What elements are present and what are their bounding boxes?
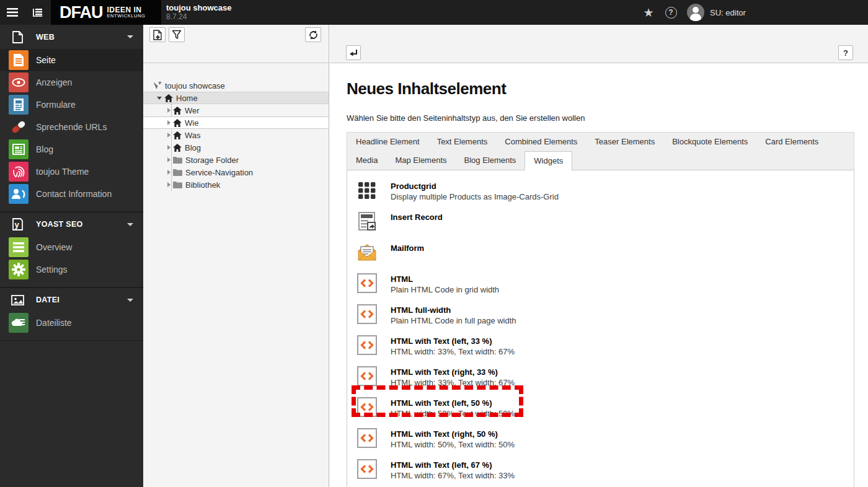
pagetree-toggle-button[interactable] <box>25 0 51 25</box>
ce-item-html[interactable]: HTML Plain HTML Code in grid width <box>357 273 854 293</box>
ce-item-html-full-width[interactable]: HTML full-width Plain HTML Code in full … <box>357 304 854 324</box>
page-tree: toujou showcase Home Wer Wie Was Blog <box>143 63 329 191</box>
context-help-button[interactable]: ? <box>838 45 853 60</box>
home-icon <box>173 119 182 127</box>
productgrid-icon <box>357 180 377 200</box>
ce-item-html-text-left-50[interactable]: HTML with Text (left, 50 %) HTML width: … <box>357 397 854 417</box>
site-info: toujou showcase 8.7.24 <box>166 3 231 22</box>
dfau-logo[interactable]: DFAU IDEEN IN ENTWICKLUNG <box>51 0 161 25</box>
insert-record-icon <box>357 211 377 231</box>
home-icon <box>164 94 173 102</box>
user-menu[interactable]: SU: editor <box>687 0 746 25</box>
mailform-icon <box>357 242 377 262</box>
tabs: Headline Element Text Elements Combined … <box>347 132 854 487</box>
widgets-tab-panel: Productgrid Display multiple Products as… <box>347 170 854 487</box>
sidebar-item-seite[interactable]: Seite <box>0 49 143 71</box>
tab-blockquote-elements[interactable]: Blockquote Elements <box>663 133 756 151</box>
tab-teaser-elements[interactable]: Teaser Elements <box>586 133 663 151</box>
html-code-icon <box>357 304 377 324</box>
ce-item-mailform[interactable]: Mailform <box>357 242 854 262</box>
ce-item-html-text-left-67[interactable]: HTML with Text (left, 67 %) HTML width: … <box>357 459 854 479</box>
tab-media[interactable]: Media <box>347 151 386 170</box>
tab-card-elements[interactable]: Card Elements <box>756 133 827 151</box>
html-code-icon <box>357 428 377 448</box>
filelist-icon <box>9 313 29 333</box>
new-page-button[interactable] <box>149 27 166 42</box>
caret-closed-icon[interactable] <box>167 145 170 150</box>
section-datei[interactable]: DATEI <box>0 287 143 312</box>
content-area: ? Neues Inhaltselement Wählen Sie bitte … <box>330 25 868 487</box>
wizard-subtitle: Wählen Sie bitte den Seiteninhaltstyp au… <box>347 113 854 123</box>
sidebar-item-settings[interactable]: Settings <box>0 258 143 281</box>
folder-icon <box>173 156 182 164</box>
help-menu-button[interactable]: ? <box>661 0 681 25</box>
refresh-button[interactable] <box>305 27 321 42</box>
tree-node-wer[interactable]: Wer <box>143 104 329 116</box>
caret-open-icon[interactable] <box>157 97 162 100</box>
section-divider <box>0 334 143 341</box>
caret-closed-icon[interactable] <box>167 157 170 162</box>
tree-node-bibliothek[interactable]: Bibliothek <box>143 178 329 191</box>
back-button[interactable] <box>346 45 361 60</box>
tree-node-service-navigation[interactable]: Service-Navigation <box>143 166 329 178</box>
sidebar-item-toujou-theme[interactable]: toujou Theme <box>0 160 143 183</box>
user-label: SU: editor <box>710 8 746 17</box>
caret-closed-icon[interactable] <box>167 120 170 125</box>
refresh-icon <box>308 30 319 40</box>
sidebar-item-overview[interactable]: Overview <box>0 236 143 258</box>
tab-map-elements[interactable]: Map Elements <box>386 151 455 170</box>
return-arrow-icon <box>349 48 358 57</box>
tab-row-2: Media Map Elements Blog Elements Widgets <box>347 151 854 170</box>
yoast-icon: y <box>11 217 24 231</box>
chevron-down-icon <box>127 299 133 302</box>
home-icon <box>173 131 182 139</box>
tree-node-was[interactable]: Was <box>143 129 329 141</box>
section-divider <box>0 205 143 212</box>
caret-closed-icon[interactable] <box>167 170 170 175</box>
tree-node-storage-folder[interactable]: Storage Folder <box>143 154 329 166</box>
module-menu: WEB Seite Anzeigen Formulare Sprechende … <box>0 25 143 487</box>
sidebar-item-blog[interactable]: Blog <box>0 138 143 160</box>
tab-row-1: Headline Element Text Elements Combined … <box>347 133 854 151</box>
ce-item-html-text-right-50[interactable]: HTML with Text (right, 50 %) HTML width:… <box>357 428 854 448</box>
filter-button[interactable] <box>169 27 185 42</box>
tab-text-elements[interactable]: Text Elements <box>428 133 497 151</box>
section-web[interactable]: WEB <box>0 25 143 49</box>
section-label: WEB <box>36 33 55 42</box>
contact-icon <box>9 184 29 204</box>
tab-headline-element[interactable]: Headline Element <box>347 133 428 151</box>
svg-text:y: y <box>14 220 19 229</box>
tree-root[interactable]: toujou showcase <box>143 79 329 92</box>
ce-item-insert-record[interactable]: Insert Record <box>357 211 854 231</box>
sidebar-item-contact-information[interactable]: Contact Information <box>0 183 143 205</box>
tree-node-wie[interactable]: Wie <box>143 116 329 129</box>
eye-icon <box>9 72 29 92</box>
caret-closed-icon[interactable] <box>167 108 170 113</box>
tab-widgets[interactable]: Widgets <box>525 151 572 170</box>
html-code-icon <box>357 335 377 355</box>
ce-item-html-text-left-33[interactable]: HTML with Text (left, 33 %) HTML width: … <box>357 335 854 355</box>
sidebar-item-formulare[interactable]: Formulare <box>0 94 143 116</box>
tree-node-blog[interactable]: Blog <box>143 141 329 154</box>
topbar: DFAU IDEEN IN ENTWICKLUNG toujou showcas… <box>0 0 868 25</box>
ce-item-productgrid[interactable]: Productgrid Display multiple Products as… <box>357 180 854 200</box>
sidebar-item-anzeigen[interactable]: Anzeigen <box>0 71 143 94</box>
caret-closed-icon[interactable] <box>167 133 170 138</box>
section-yoast-seo[interactable]: y YOAST SEO <box>0 212 143 236</box>
sidebar-item-dateiliste[interactable]: Dateiliste <box>0 312 143 334</box>
pill-icon <box>9 117 29 137</box>
bookmark-button[interactable]: ★ <box>639 0 658 25</box>
menu-toggle-button[interactable] <box>0 0 25 25</box>
ce-item-html-text-right-33[interactable]: HTML with Text (right, 33 %) HTML width:… <box>357 366 854 386</box>
tab-blog-elements[interactable]: Blog Elements <box>456 151 525 170</box>
caret-closed-icon[interactable] <box>167 182 170 187</box>
site-title: toujou showcase <box>166 3 231 12</box>
help-icon: ? <box>665 7 677 19</box>
star-icon: ★ <box>643 6 653 20</box>
web-section-icon <box>11 31 24 43</box>
sidebar-item-sprechende-urls[interactable]: Sprechende URLs <box>0 116 143 138</box>
tree-node-home[interactable]: Home <box>143 92 329 104</box>
section-divider <box>0 281 143 287</box>
section-label: YOAST SEO <box>36 220 83 229</box>
tab-combined-elements[interactable]: Combined Elements <box>496 133 586 151</box>
